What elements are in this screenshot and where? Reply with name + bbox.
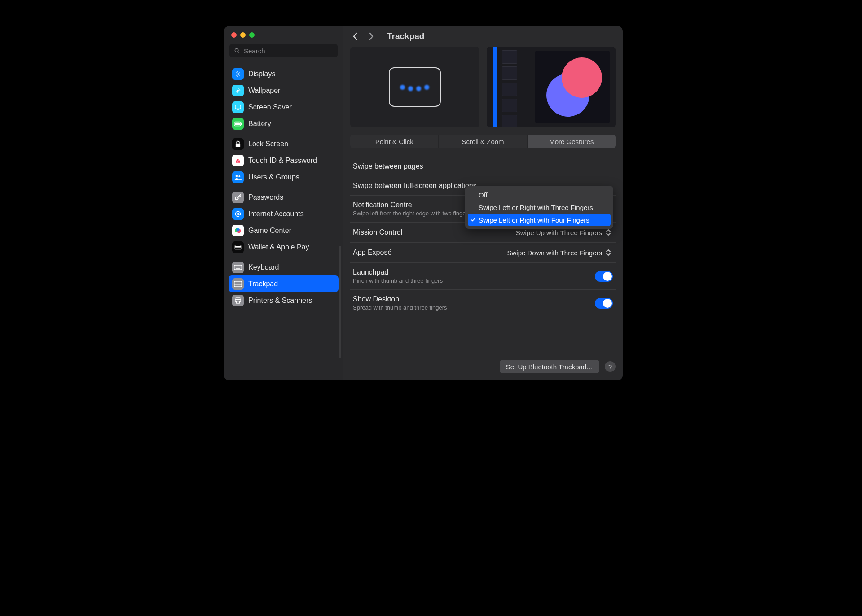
finger-dots-icon — [400, 85, 429, 90]
sublabel: Pinch with thumb and three fingers — [353, 277, 443, 284]
label: App Exposé — [353, 249, 391, 257]
sidebar: DisplaysWallpaperScreen SaverBatteryLock… — [224, 26, 343, 380]
checkmark-icon — [471, 216, 476, 224]
sidebar-item-label: Displays — [248, 70, 275, 78]
printer-icon — [232, 295, 244, 306]
minimize-button[interactable] — [240, 32, 246, 38]
svg-rect-17 — [236, 143, 240, 147]
sidebar-item-lock-screen[interactable]: Lock Screen — [229, 135, 339, 152]
row-show-desktop: Show Desktop Spread with thumb and three… — [350, 290, 616, 316]
sidebar-item-trackpad[interactable]: Trackpad — [229, 275, 339, 292]
trackpad-icon — [232, 278, 244, 290]
sidebar-item-passwords[interactable]: Passwords — [229, 189, 339, 205]
sidebar-item-label: Printers & Scanners — [248, 297, 312, 305]
toggle-launchpad[interactable] — [595, 271, 613, 282]
tabs: Point & ClickScroll & ZoomMore Gestures — [350, 135, 616, 148]
chevron-right-icon — [369, 32, 374, 40]
page-title: Trackpad — [387, 31, 424, 41]
svg-point-18 — [236, 175, 238, 177]
menu-item[interactable]: Off — [468, 188, 611, 201]
keyboard-icon — [232, 262, 244, 273]
sidebar-item-label: Passwords — [248, 193, 283, 201]
toggle-show-desktop[interactable] — [595, 298, 613, 309]
sidebar-item-wallpaper[interactable]: Wallpaper — [229, 82, 339, 99]
sidebar-item-printers-scanners[interactable]: Printers & Scanners — [229, 292, 339, 309]
sidebar-item-keyboard[interactable]: Keyboard — [229, 259, 339, 275]
gamecenter-icon — [232, 225, 244, 236]
menu-item-label: Swipe Left or Right with Three Fingers — [479, 204, 593, 211]
select-value: Swipe Down with Three Fingers — [507, 249, 602, 257]
svg-rect-15 — [241, 122, 242, 125]
preview-row — [350, 47, 616, 127]
sidebar-item-screen-saver[interactable]: Screen Saver — [229, 99, 339, 115]
setup-bluetooth-trackpad-button[interactable]: Set Up Bluetooth Trackpad… — [500, 360, 599, 373]
svg-line-1 — [238, 52, 239, 53]
menu-item-label: Off — [479, 191, 488, 199]
trackpad-outline-icon — [389, 67, 441, 107]
select-value: Swipe Up with Three Fingers — [516, 229, 602, 236]
sidebar-list: DisplaysWallpaperScreen SaverBatteryLock… — [224, 62, 343, 380]
sidebar-item-label: Keyboard — [248, 263, 279, 271]
svg-point-11 — [237, 90, 239, 92]
screensaver-icon — [232, 101, 244, 113]
row-swipe-between-pages[interactable]: Swipe between pages — [350, 157, 616, 176]
label: Notification Centre — [353, 201, 471, 209]
updown-icon — [606, 228, 613, 237]
touchid-icon — [232, 155, 244, 166]
sidebar-item-label: Screen Saver — [248, 103, 292, 111]
svg-line-10 — [239, 72, 240, 73]
nav-back-button[interactable] — [350, 31, 360, 41]
sidebar-item-label: Users & Groups — [248, 173, 299, 181]
sidebar-item-users-groups[interactable]: Users & Groups — [229, 169, 339, 185]
tab-scroll-zoom[interactable]: Scroll & Zoom — [438, 135, 527, 148]
help-button[interactable]: ? — [605, 361, 616, 372]
svg-rect-16 — [235, 122, 240, 125]
nav-forward-button[interactable] — [366, 31, 376, 41]
svg-line-7 — [236, 72, 237, 73]
close-button[interactable] — [231, 32, 237, 38]
sidebar-item-label: Battery — [248, 120, 271, 128]
svg-line-9 — [236, 75, 237, 76]
sidebar-item-wallet-apple-pay[interactable]: Wallet & Apple Pay — [229, 239, 339, 255]
menu-item[interactable]: Swipe Left or Right with Three Fingers — [468, 201, 611, 214]
settings-list: Swipe between pages Swipe between full-s… — [350, 157, 616, 316]
content: Point & ClickScroll & ZoomMore Gestures … — [343, 47, 623, 380]
search-field[interactable] — [229, 44, 338, 57]
sidebar-scrollbar[interactable] — [339, 246, 341, 358]
svg-rect-27 — [234, 265, 242, 270]
label: Launchpad — [353, 268, 443, 276]
svg-rect-34 — [234, 281, 242, 287]
sidebar-item-game-center[interactable]: Game Center — [229, 222, 339, 239]
battery-icon — [232, 118, 244, 130]
sidebar-item-displays[interactable]: Displays — [229, 66, 339, 82]
tab-more-gestures[interactable]: More Gestures — [527, 135, 616, 148]
sidebar-item-label: Wallpaper — [248, 87, 280, 95]
tab-point-click[interactable]: Point & Click — [350, 135, 438, 148]
search-input[interactable] — [243, 47, 333, 55]
svg-rect-26 — [235, 246, 241, 248]
svg-rect-37 — [235, 299, 241, 302]
sidebar-item-label: Game Center — [248, 227, 291, 235]
maximize-button[interactable] — [249, 32, 255, 38]
users-icon — [232, 171, 244, 183]
svg-line-8 — [239, 75, 240, 76]
wallet-icon — [232, 241, 244, 253]
screen-preview — [487, 47, 616, 127]
swipe-apps-menu: OffSwipe Left or Right with Three Finger… — [465, 186, 613, 229]
svg-point-2 — [237, 73, 239, 75]
sidebar-item-touch-id-password[interactable]: Touch ID & Password — [229, 152, 339, 169]
menu-item[interactable]: Swipe Left or Right with Four Fingers — [468, 214, 611, 226]
label: Swipe between pages — [353, 162, 423, 170]
sidebar-item-label: Trackpad — [248, 280, 278, 288]
system-settings-window: DisplaysWallpaperScreen SaverBatteryLock… — [224, 26, 623, 380]
select-app-expose[interactable]: Swipe Down with Three Fingers — [507, 248, 613, 257]
sidebar-item-battery[interactable]: Battery — [229, 115, 339, 132]
sidebar-item-internet-accounts[interactable]: Internet Accounts — [229, 205, 339, 222]
label: Swipe between full-screen applications — [353, 182, 477, 190]
sidebar-item-label: Lock Screen — [248, 140, 288, 148]
select-mission-control[interactable]: Swipe Up with Three Fingers — [516, 228, 613, 237]
label: Show Desktop — [353, 295, 447, 303]
label: Mission Control — [353, 228, 402, 236]
footer: Set Up Bluetooth Trackpad… ? — [350, 352, 616, 373]
wallpaper-icon — [232, 85, 244, 96]
